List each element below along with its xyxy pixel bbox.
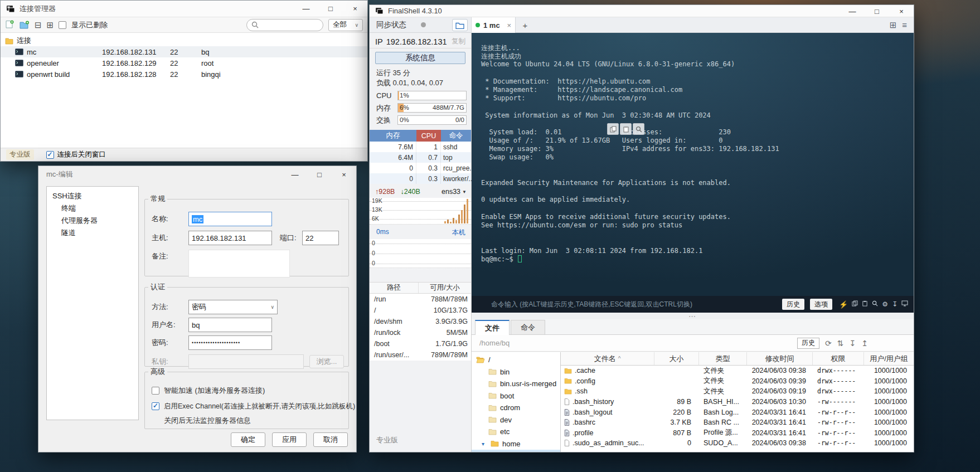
tree-item[interactable]: etc [472,426,560,438]
process-col-mem[interactable]: 内存 [370,130,416,142]
disk-row[interactable]: /run788M/789M [370,294,471,305]
tree-item[interactable]: bin [472,366,560,378]
copy-ip-button[interactable]: 复制 [452,37,465,46]
search-icon[interactable] [633,123,644,135]
col-perm[interactable]: 权限 [813,352,864,365]
download-icon[interactable]: ↧ [892,300,897,308]
options-button[interactable]: 选项 [810,299,832,310]
method-select[interactable]: 密码 ∨ [188,300,278,314]
menu-icon[interactable]: ≡ [902,20,907,30]
dialog-titlebar[interactable]: mc-编辑 — □ × [38,166,356,183]
tab-commands[interactable]: 命令 [511,320,545,334]
file-row[interactable]: .cache 文件夹 2024/06/03 09:38 drwx------ 1… [561,366,914,376]
nav-item-proxy[interactable]: 代理服务器 [47,215,138,227]
col-size[interactable]: 大小 [654,352,699,365]
col-mtime[interactable]: 修改时间 [747,352,813,365]
smart-accel-checkbox[interactable] [152,387,159,395]
disk-col-path[interactable]: 路径 [370,283,419,293]
username-field[interactable]: bq [188,318,272,332]
tree-item[interactable]: cdrom [472,402,560,414]
pro-version-badge[interactable]: 专业版 [6,149,34,160]
ok-button[interactable]: 确定 [231,432,265,447]
command-input-bar[interactable]: 命令输入 (按ALT键提示历史,TAB键路径,ESC键返回,双击CTRL切换) … [472,296,914,313]
disk-row[interactable]: /dev/shm3.9G/3.9G [370,316,471,327]
port-field[interactable]: 22 [302,231,339,245]
process-row[interactable]: 0 0.3 kworker/... [370,173,471,184]
disk-row[interactable]: /10G/13.7G [370,305,471,316]
show-deleted-checkbox[interactable] [59,21,66,29]
interface-select[interactable]: ens33 ▼ [442,188,467,196]
tree-item[interactable]: bin.usr-is-merged [472,378,560,390]
disk-row[interactable]: /run/user/...789M/789M [370,349,471,361]
open-connection-manager-button[interactable] [452,19,468,31]
pro-version-link[interactable]: 专业版 [376,435,398,445]
connection-row[interactable]: mc 192.168.182.131 22 bq [1,46,367,57]
connection-row[interactable]: openeuler 192.168.182.129 22 root [1,57,367,69]
connection-row[interactable]: openwrt build 192.168.182.128 22 bingqi [1,69,367,80]
refresh-icon[interactable]: ⟳ [825,339,832,348]
paste-icon[interactable] [862,300,868,308]
close-button[interactable]: × [889,5,914,17]
cancel-button[interactable]: 取消 [313,432,348,447]
nav-item-tunnel[interactable]: 隧道 [47,227,138,239]
upload-icon[interactable]: ↥ [861,339,868,348]
host-field[interactable]: 192.168.182.131 [188,231,272,245]
col-type[interactable]: 类型 [699,352,747,365]
memo-field[interactable] [188,250,290,278]
lightning-icon[interactable]: ⚡ [839,300,848,309]
process-row[interactable]: 6.4M 0.7 top [370,152,471,163]
collapse-all-icon[interactable]: ⊟ [35,20,42,30]
process-row[interactable]: 0 0.3 rcu_pree... [370,163,471,173]
paste-icon[interactable] [620,123,632,135]
tree-item[interactable]: dev [472,414,560,426]
disk-row[interactable]: /boot1.7G/1.9G [370,338,471,349]
new-folder-icon[interactable] [20,21,30,30]
close-after-connect-checkbox[interactable] [46,151,54,159]
disk-col-avail[interactable]: 可用/大小 [419,283,471,293]
search-input[interactable] [261,21,317,29]
close-button[interactable]: × [343,1,367,17]
minimize-button[interactable]: — [283,166,307,183]
tab-close-icon[interactable]: × [507,21,511,30]
file-row[interactable]: .ssh 文件夹 2024/06/03 09:19 drwx------ 100… [561,386,914,397]
process-col-cpu[interactable]: CPU [416,130,441,142]
nav-item-ssh[interactable]: SSH连接 [47,190,138,202]
system-info-button[interactable]: 系统信息 [375,52,465,64]
tab-files[interactable]: 文件 [475,320,510,335]
col-filename[interactable]: 文件名^ [561,352,654,365]
copy-icon[interactable] [607,123,619,135]
connection-manager-titlebar[interactable]: 连接管理器 — □ × [1,1,367,17]
current-path[interactable]: /home/bq [479,339,510,347]
col-owner[interactable]: 用户/用户组 [864,352,914,365]
search-box[interactable] [246,19,323,31]
apply-button[interactable]: 应用 [272,432,307,447]
tree-item[interactable]: boot [472,390,560,402]
process-col-cmd[interactable]: 命令 [441,130,471,142]
maximize-button[interactable]: □ [307,166,332,183]
filter-select[interactable]: 全部 ∨ [328,19,363,31]
maximize-button[interactable]: □ [318,1,343,17]
terminal[interactable]: 连接主机... 连接主机成功 Welcome to Ubuntu 24.04 L… [472,33,914,296]
tree-item-bq[interactable]: bq [472,450,560,452]
search-icon[interactable] [872,300,878,308]
new-connection-icon[interactable] [5,20,14,30]
tree-item-root[interactable]: / [472,354,560,366]
copy-icon[interactable] [852,300,858,308]
file-row[interactable]: .config 文件夹 2024/06/03 09:39 drwx------ … [561,376,914,387]
file-row[interactable]: .profile 807 B Profile 源... 2024/03/31 1… [561,428,914,439]
tree-item-home[interactable]: ▾ home [472,438,560,450]
exec-channel-checkbox[interactable] [152,402,159,410]
disk-row[interactable]: /run/lock5M/5M [370,327,471,338]
file-row[interactable]: .sudo_as_admin_suc... 0 SUDO_A... 2024/0… [561,438,914,449]
file-row[interactable]: .bash_history 89 B BASH_HI... 2024/06/03… [561,397,914,407]
ping-target[interactable]: 本机 [452,228,465,237]
finalshell-titlebar[interactable]: FinalShell 4.3.10 — □ × [370,5,914,17]
expand-caret-icon[interactable]: ▾ [482,441,487,447]
nav-item-terminal[interactable]: 终端 [47,202,138,215]
maximize-button[interactable]: □ [865,5,889,17]
download-icon[interactable]: ↧ [850,339,856,348]
process-row[interactable]: 7.6M 1 sshd [370,142,471,152]
history-button[interactable]: 历史 [782,299,804,310]
gear-icon[interactable]: ⚙ [882,300,888,308]
connection-group-row[interactable]: 连接 [1,35,367,46]
